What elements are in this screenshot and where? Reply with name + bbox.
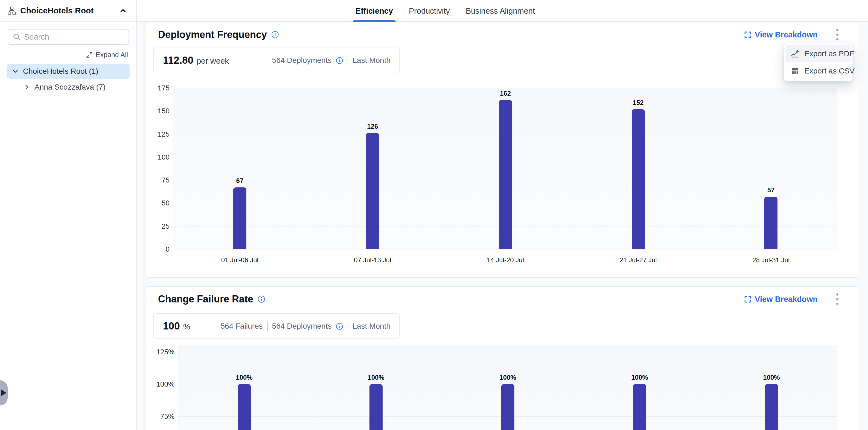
sidebar: ChoiceHotels Root Expand All Choic <box>0 0 137 430</box>
bar[interactable] <box>764 197 777 249</box>
tree-item-anna-scozzafava[interactable]: Anna Scozzafava (7) <box>6 80 130 95</box>
sidebar-collapse-button[interactable] <box>117 5 129 16</box>
metric-unit: per week <box>197 57 229 66</box>
stat-deployments: 564 Deployments <box>272 56 332 65</box>
bar-value-label: 152 <box>616 99 660 106</box>
bar-value-label: 57 <box>749 186 793 194</box>
triangle-right-icon <box>1 389 6 396</box>
tabs: Efficiency Productivity Business Alignme… <box>355 0 535 22</box>
expand-corners-icon <box>744 296 751 303</box>
chevron-up-icon <box>119 6 127 15</box>
period-label: Last Month <box>352 56 391 65</box>
bar[interactable] <box>369 384 382 430</box>
info-icon[interactable] <box>336 57 343 64</box>
y-axis-tick-label: 100% <box>146 380 175 389</box>
table-icon <box>790 67 799 75</box>
expand-corners-icon <box>744 31 751 38</box>
card-title: Change Failure Rate <box>158 293 253 305</box>
expand-all-icon <box>86 52 93 59</box>
sidebar-header: ChoiceHotels Root <box>0 0 136 22</box>
bar-value-label: 100% <box>486 374 530 382</box>
info-icon[interactable] <box>258 295 265 303</box>
search-box <box>8 29 129 45</box>
expand-all-button[interactable]: Expand All <box>86 51 128 59</box>
search-icon <box>12 33 21 41</box>
x-axis-label: 07 Jul-13 Jul <box>329 256 416 264</box>
expand-all-label: Expand All <box>96 51 128 59</box>
bar-value-label: 162 <box>484 90 527 97</box>
bar[interactable] <box>632 109 645 250</box>
x-axis-label: 01 Jul-06 Jul <box>196 256 284 264</box>
bar-value-label: 100% <box>750 374 793 382</box>
main-area: Efficiency Productivity Business Alignme… <box>137 0 868 430</box>
search-input[interactable] <box>24 33 127 41</box>
metric-value: 100 <box>163 321 180 332</box>
bar[interactable] <box>633 384 646 430</box>
view-breakdown-button[interactable]: View Breakdown <box>744 30 818 39</box>
bar[interactable] <box>499 100 512 249</box>
metric-summary-box: 100 % 564 Failures 564 Deployments <box>153 313 400 339</box>
bar-value-label: 67 <box>218 177 262 185</box>
info-icon[interactable] <box>336 323 343 330</box>
stat-deployments: 564 Deployments <box>272 322 332 331</box>
bar[interactable] <box>233 188 246 249</box>
tab-business-alignment[interactable]: Business Alignment <box>466 0 535 22</box>
content-area: Deployment Frequency View Breakdown <box>137 22 868 430</box>
top-tab-bar: Efficiency Productivity Business Alignme… <box>137 0 868 22</box>
bar[interactable] <box>765 384 778 430</box>
menu-item-export-pdf[interactable]: Export as PDF <box>786 45 851 62</box>
view-breakdown-button[interactable]: View Breakdown <box>744 295 818 304</box>
gridline <box>178 352 837 352</box>
y-axis-tick-label: 100 <box>146 153 169 161</box>
y-axis-tick-label: 0 <box>146 245 169 254</box>
y-axis-tick-label: 125% <box>146 348 175 356</box>
card-title: Deployment Frequency <box>158 29 267 40</box>
stat-failures: 564 Failures <box>220 322 262 331</box>
y-axis-tick-label: 25 <box>146 222 169 231</box>
period-label: Last Month <box>352 322 391 331</box>
y-axis-tick-label: 150 <box>146 107 169 115</box>
metric-summary-box: 112.80 per week 564 Deployments Last Mon… <box>153 47 400 73</box>
tab-productivity[interactable]: Productivity <box>409 0 450 22</box>
bar[interactable] <box>238 384 251 430</box>
divider <box>348 56 348 65</box>
y-axis-tick-label: 50 <box>146 199 169 207</box>
bar[interactable] <box>366 133 379 249</box>
y-axis-tick-label: 125 <box>146 130 169 138</box>
tree-item-choicehotels-root[interactable]: ChoiceHotels Root (1) <box>6 64 130 79</box>
hierarchy-icon <box>7 6 17 15</box>
chevron-down-icon[interactable] <box>11 67 19 75</box>
bar[interactable] <box>501 384 515 430</box>
export-dropdown-menu: Export as PDF Export as CSV <box>784 43 853 81</box>
chevron-right-icon[interactable] <box>23 83 31 91</box>
card-header: Change Failure Rate View Breakdown <box>146 287 859 311</box>
metric-value: 112.80 <box>163 55 193 66</box>
y-axis-tick-label: 75 <box>146 176 169 185</box>
deployment-frequency-card: Deployment Frequency View Breakdown <box>145 22 859 278</box>
x-axis-label: 21 Jul-27 Jul <box>594 256 682 264</box>
tree-item-label: Anna Scozzafava (7) <box>34 83 105 92</box>
sidebar-title: ChoiceHotels Root <box>20 6 113 15</box>
info-icon[interactable] <box>271 31 279 38</box>
bar-value-label: 100% <box>354 374 398 382</box>
kebab-icon <box>836 28 839 41</box>
sidebar-drag-handle[interactable] <box>0 380 8 405</box>
divider <box>348 322 348 331</box>
menu-item-export-csv[interactable]: Export as CSV <box>786 62 851 79</box>
scrollbar-gutter <box>860 22 868 430</box>
kebab-menu-button[interactable] <box>831 293 843 306</box>
tab-efficiency[interactable]: Efficiency <box>355 0 393 22</box>
x-axis-label: 14 Jul-20 Jul <box>462 256 549 264</box>
divider <box>267 322 268 331</box>
chart-line-plus-icon <box>790 49 799 58</box>
y-axis-tick-label: 75% <box>146 412 175 421</box>
y-axis-tick-label: 175 <box>146 84 169 92</box>
tree-item-label: ChoiceHotels Root (1) <box>23 67 98 76</box>
kebab-menu-button[interactable] <box>831 28 843 41</box>
bar-value-label: 100% <box>618 374 661 382</box>
bar-value-label: 126 <box>350 123 394 130</box>
change-failure-rate-card: Change Failure Rate View Breakdown <box>145 286 859 430</box>
metric-unit: % <box>183 322 190 331</box>
x-axis-label: 28 Jul-31 Jul <box>727 256 815 264</box>
gridline <box>174 88 837 88</box>
